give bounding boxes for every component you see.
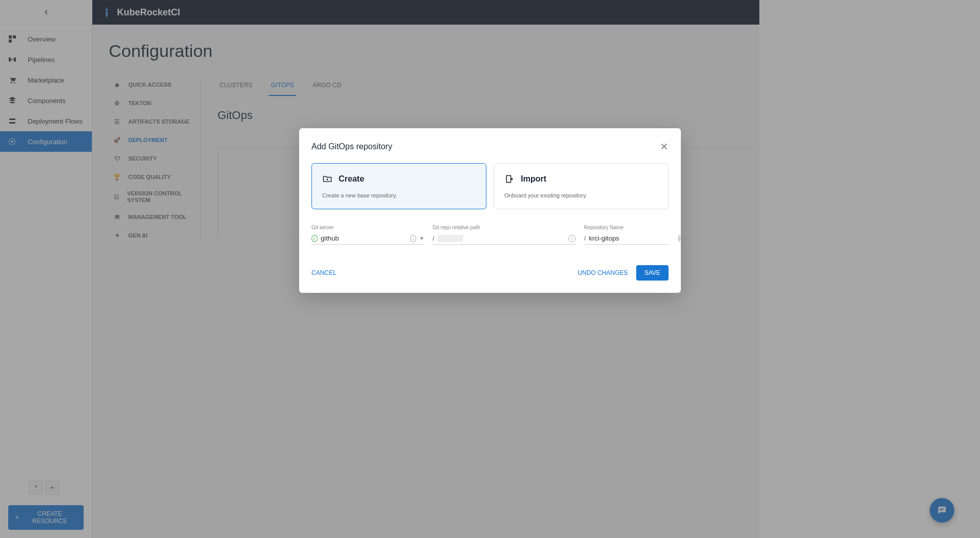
option-desc: Onboard your existing repository. <box>504 192 658 198</box>
undo-button[interactable]: UNDO CHANGES <box>578 269 628 276</box>
option-import[interactable]: Import Onboard your existing repository. <box>494 163 669 209</box>
option-desc: Create a new base repository. <box>322 192 476 198</box>
check-icon: ✓ <box>311 235 318 242</box>
info-icon[interactable]: i <box>678 235 680 242</box>
git-server-input[interactable] <box>321 234 407 242</box>
blurred-value <box>438 235 463 242</box>
option-title: Create <box>339 174 364 184</box>
repo-name-field: Repository Name / i <box>584 225 669 245</box>
field-label: Git repo relative path <box>433 225 576 230</box>
add-gitops-dialog: Add GitOps repository ✕ Create Create a … <box>299 128 681 293</box>
option-create[interactable]: Create Create a new base repository. <box>311 163 486 209</box>
folder-plus-icon <box>322 174 332 184</box>
save-button[interactable]: SAVE <box>636 265 669 281</box>
field-label: Git server <box>311 225 424 230</box>
git-server-field: Git server ✓ i ▼ <box>311 225 424 245</box>
name-prefix: / <box>584 234 586 242</box>
field-label: Repository Name <box>584 225 669 230</box>
info-icon[interactable]: i <box>410 235 416 242</box>
repo-name-input[interactable] <box>589 234 675 242</box>
import-icon <box>504 174 515 184</box>
info-icon[interactable]: i <box>569 235 576 242</box>
path-prefix: / <box>433 234 435 242</box>
option-title: Import <box>521 174 546 184</box>
repo-path-field: Git repo relative path / i <box>433 225 576 245</box>
dialog-overlay: Add GitOps repository ✕ Create Create a … <box>0 0 980 538</box>
chevron-down-icon[interactable]: ▼ <box>419 235 424 241</box>
close-button[interactable]: ✕ <box>660 141 669 153</box>
repo-path-input[interactable] <box>466 234 565 242</box>
cancel-button[interactable]: CANCEL <box>311 269 337 276</box>
dialog-title: Add GitOps repository <box>311 142 392 151</box>
